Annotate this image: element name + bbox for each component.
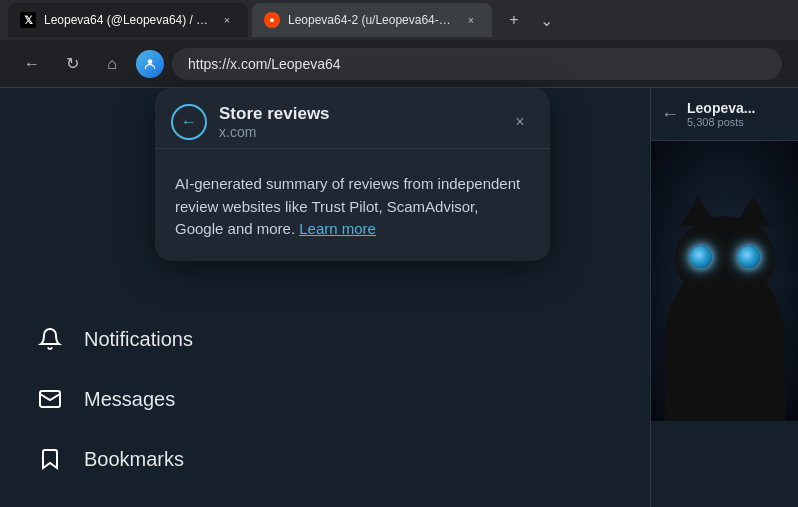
profile-image xyxy=(651,141,798,421)
mail-icon xyxy=(36,385,64,413)
profile-posts: 5,308 posts xyxy=(687,116,788,128)
tab-actions: + ⌄ xyxy=(500,6,560,34)
popup-divider xyxy=(155,148,550,149)
svg-point-0 xyxy=(148,59,153,64)
nav-bookmarks[interactable]: Bookmarks xyxy=(20,431,630,487)
nav-items: Notifications Messages Bookmarks xyxy=(0,311,650,487)
popup-header: ← Store reviews x.com × xyxy=(155,88,550,148)
nav-messages[interactable]: Messages xyxy=(20,371,630,427)
tab-reddit-close[interactable]: × xyxy=(462,11,480,29)
popup-title-group: Store reviews x.com xyxy=(219,104,494,140)
tab-twitter-close[interactable]: × xyxy=(218,11,236,29)
cat-background xyxy=(651,141,798,421)
bell-icon xyxy=(36,325,64,353)
profile-back-button[interactable]: ← xyxy=(661,104,679,125)
profile-name: Leopeva... xyxy=(687,100,788,116)
left-panel: ← Store reviews x.com × AI-generated sum… xyxy=(0,88,650,507)
profile-header: ← Leopeva... 5,308 posts xyxy=(651,88,798,141)
popup-card: ← Store reviews x.com × AI-generated sum… xyxy=(155,88,550,261)
tab-bar: 𝕏 Leopeva64 (@Leopeva64) / Twi... × ● Le… xyxy=(0,0,798,40)
reddit-favicon: ● xyxy=(264,12,280,28)
popup-title: Store reviews xyxy=(219,104,494,124)
home-button[interactable]: ⌂ xyxy=(96,48,128,80)
right-panel: ← Leopeva... 5,308 posts xyxy=(650,88,798,507)
nav-notifications[interactable]: Notifications xyxy=(20,311,630,367)
new-tab-button[interactable]: + xyxy=(500,6,528,34)
x-favicon: 𝕏 xyxy=(20,12,36,28)
address-bar: ← ↻ ⌂ xyxy=(0,40,798,88)
tab-twitter[interactable]: 𝕏 Leopeva64 (@Leopeva64) / Twi... × xyxy=(8,3,248,37)
back-button[interactable]: ← xyxy=(16,48,48,80)
popup-back-button[interactable]: ← xyxy=(171,104,207,140)
cat-ear-right xyxy=(735,196,771,226)
learn-more-link[interactable]: Learn more xyxy=(299,220,376,237)
bookmarks-label: Bookmarks xyxy=(84,448,184,471)
tab-menu-button[interactable]: ⌄ xyxy=(532,6,560,34)
popup-close-button[interactable]: × xyxy=(506,108,534,136)
address-input[interactable] xyxy=(172,48,782,80)
cat-ear-left xyxy=(680,196,716,226)
main-content: ← Store reviews x.com × AI-generated sum… xyxy=(0,88,798,507)
messages-label: Messages xyxy=(84,388,175,411)
cat-eye-left xyxy=(690,246,712,268)
tab-twitter-title: Leopeva64 (@Leopeva64) / Twi... xyxy=(44,13,210,27)
profile-info: Leopeva... 5,308 posts xyxy=(687,100,788,128)
bookmark-icon xyxy=(36,445,64,473)
tab-reddit-title: Leopeva64-2 (u/Leopeva64-2) - xyxy=(288,13,454,27)
tab-reddit[interactable]: ● Leopeva64-2 (u/Leopeva64-2) - × xyxy=(252,3,492,37)
popup-subtitle: x.com xyxy=(219,124,494,140)
profile-icon xyxy=(136,50,164,78)
refresh-button[interactable]: ↻ xyxy=(56,48,88,80)
browser-chrome: 𝕏 Leopeva64 (@Leopeva64) / Twi... × ● Le… xyxy=(0,0,798,88)
cat-eye-right xyxy=(738,246,760,268)
popup-body: AI-generated summary of reviews from ind… xyxy=(155,157,550,261)
notifications-label: Notifications xyxy=(84,328,193,351)
